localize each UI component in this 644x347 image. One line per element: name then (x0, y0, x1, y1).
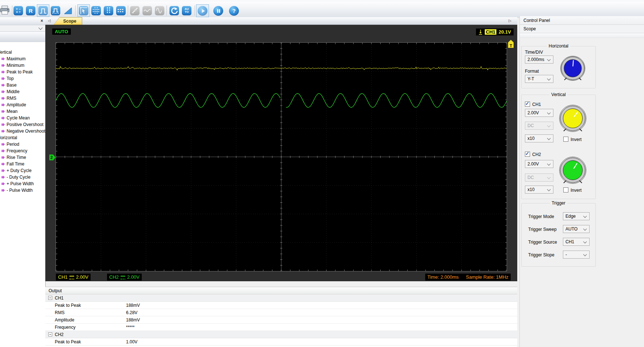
ch1-position-knob[interactable] (557, 103, 588, 136)
measure-list-item[interactable]: - Pulse Width (0, 187, 45, 194)
autoset-button[interactable]: AUTO (182, 6, 191, 15)
measure-list-item[interactable]: Fall Time (0, 161, 45, 167)
sine-wave-button[interactable] (155, 6, 164, 15)
ch2-position-knob[interactable] (557, 155, 588, 188)
ch1-scale: 2.00V (76, 274, 88, 280)
measure-list-item[interactable]: Minimum (0, 62, 45, 69)
measure-list-item[interactable]: Amplitude (0, 102, 45, 108)
horizontal-knob[interactable] (558, 54, 587, 84)
measure-list-item[interactable]: Period (0, 141, 45, 148)
measure-list-item[interactable]: + Pulse Width (0, 180, 45, 187)
ch1-coupling-select[interactable]: DC (525, 122, 553, 130)
grid-button[interactable] (91, 6, 101, 15)
output-tree: CH1 Peak to Peak 188mV RMS 6.28V Amplitu… (45, 294, 517, 347)
measure-list-item[interactable]: Rise Time (0, 154, 45, 161)
sample-rate: Sample Rate: 1MHz (466, 274, 508, 280)
ch2-position-marker[interactable]: 2 (49, 155, 56, 160)
pulse-button[interactable] (38, 6, 48, 15)
tab-scroll-left-icon[interactable]: ◁ (48, 18, 51, 23)
refresh-button[interactable] (169, 6, 179, 15)
measure-list-item[interactable]: Positive Overshoot (0, 121, 45, 128)
control-panel-subtitle: Scope (520, 25, 644, 33)
collapse-icon[interactable] (48, 332, 52, 336)
tab-scope[interactable]: Scope (54, 17, 82, 25)
time-per-div: Time: 2.000ms (427, 274, 459, 280)
timediv-select[interactable]: 2.000ms (525, 56, 553, 64)
ch2-invert-checkbox[interactable] (563, 187, 568, 192)
vertical-cursors-button[interactable] (104, 6, 113, 15)
ch1-scale-select[interactable]: 2.00V (525, 109, 553, 117)
tab-scroll-right-icon[interactable]: ▷ (508, 18, 511, 23)
close-icon[interactable]: × (41, 18, 43, 23)
control-panel-subtitle-text: Scope (523, 26, 536, 31)
arrow-bullet-icon (1, 84, 5, 87)
arrow-bullet-icon (1, 130, 5, 133)
trigger-position-marker[interactable]: T (508, 40, 514, 48)
pause-button[interactable] (213, 6, 223, 16)
print-button[interactable] (0, 5, 11, 16)
measure-list-item[interactable]: Base (0, 82, 45, 88)
trigger-row-select[interactable]: AUTO (563, 225, 590, 233)
collapse-icon[interactable] (48, 296, 52, 300)
measure-label: + Pulse Width (7, 181, 34, 186)
measure-list-item[interactable]: - Duty Cycle (0, 174, 45, 180)
toolbar-separator (75, 5, 76, 16)
tab-scope-label: Scope (63, 19, 76, 24)
measure-list-item[interactable]: Negative Overshoot (0, 128, 45, 134)
trigger-row-select[interactable]: - (563, 251, 590, 259)
tab-strip: ◁ Scope ▷ (45, 17, 517, 25)
measure-list-item[interactable]: Cycle Mean (0, 115, 45, 121)
cursor-button[interactable] (79, 6, 88, 15)
measure-list-item[interactable]: Peak to Peak (0, 69, 45, 75)
arrow-bullet-icon (1, 117, 5, 120)
output-row-value: 1.00V (126, 339, 137, 344)
measure-list-item[interactable]: Maximum (0, 56, 45, 62)
measure-label: Amplitude (7, 102, 26, 107)
measure-label: Mean (7, 109, 18, 114)
run-button[interactable] (198, 6, 207, 16)
measure-list-item[interactable]: Mean (0, 108, 45, 115)
trigger-row-value: CH1 (565, 239, 574, 244)
reference-button[interactable]: R (26, 6, 35, 15)
ch1-invert-checkbox[interactable] (563, 137, 568, 142)
step-wave-button[interactable] (130, 6, 140, 15)
output-row-value: 188mV (126, 303, 140, 308)
measure-list-item[interactable]: Top (0, 75, 45, 82)
measure-list-item[interactable]: RMS (0, 95, 45, 102)
ch2-coupling-select[interactable]: DC (525, 174, 553, 182)
ch2-enable-checkbox[interactable] (525, 152, 530, 157)
arrow-bullet-icon (1, 156, 5, 159)
format-select[interactable]: Y-T (525, 75, 553, 83)
format-value: Y-T (527, 76, 534, 81)
trigger-source-badge: CH1 (485, 29, 496, 35)
format-label: Format (525, 69, 539, 74)
ramp-button[interactable] (63, 6, 73, 15)
measure-list-item[interactable]: Frequency (0, 148, 45, 154)
horizontal-cursors-button[interactable] (116, 6, 126, 15)
trigger-rows: Trigger Mode Edge Trigger Sweep AUTO Tri… (522, 212, 595, 263)
smooth-wave-button[interactable] (142, 6, 152, 15)
measure-dropdown[interactable] (0, 25, 45, 32)
trigger-row-select[interactable]: Edge (563, 212, 590, 220)
measure-list-item[interactable]: + Duty Cycle (0, 167, 45, 174)
output-row: RMS 6.28V (45, 309, 517, 316)
ch2-scale-select[interactable]: 2.00V (525, 160, 553, 168)
output-row-value: 188mV (126, 317, 140, 323)
measure-list-item[interactable]: Vertical (0, 49, 45, 56)
toolbar-separator (195, 5, 195, 16)
output-row: Frequency ***** (45, 324, 517, 331)
help-button[interactable]: ? (229, 6, 239, 16)
toolbar-separator (128, 5, 129, 16)
trigger-row-select[interactable]: CH1 (563, 238, 590, 246)
graticule (56, 42, 507, 271)
pulse-baseline-button[interactable] (51, 6, 60, 15)
ch2-probe-select[interactable]: x10 (525, 186, 553, 194)
measure-list-item[interactable]: Middle (0, 88, 45, 95)
chevron-down-icon (38, 26, 42, 30)
math-button[interactable]: + −× ÷ (14, 6, 23, 15)
trigger-row-value: AUTO (565, 226, 578, 232)
arrow-bullet-icon (1, 110, 5, 113)
measure-list-item[interactable]: Horizontal (0, 134, 45, 141)
ch1-enable-checkbox[interactable] (525, 102, 530, 107)
ch1-probe-select[interactable]: x10 (525, 134, 553, 142)
